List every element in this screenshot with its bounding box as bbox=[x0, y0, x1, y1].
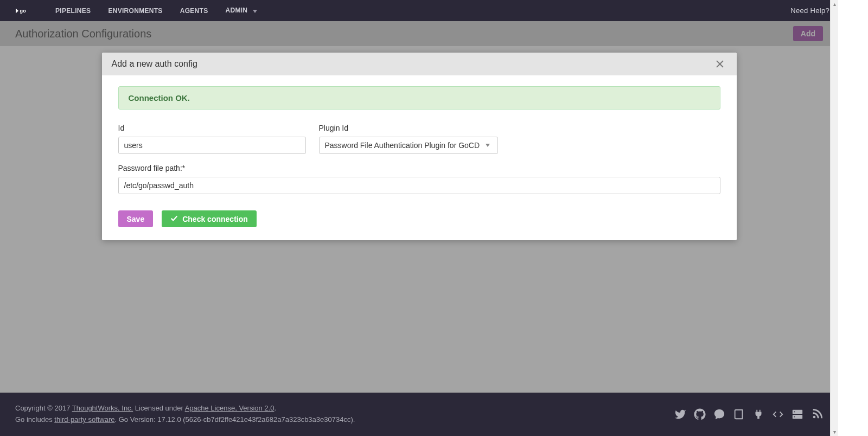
plugin-label: Plugin Id bbox=[319, 124, 498, 132]
footer-copyright-prefix: Copyright © 2017 bbox=[15, 404, 72, 412]
check-connection-label: Check connection bbox=[182, 215, 248, 223]
chevron-down-icon bbox=[483, 144, 492, 147]
footer-period1: . bbox=[274, 404, 276, 412]
password-path-group: Password file path:* bbox=[118, 164, 720, 194]
code-icon[interactable] bbox=[772, 408, 784, 420]
scroll-up-icon[interactable]: ▴ bbox=[831, 0, 838, 8]
nav-pipelines[interactable]: PIPELINES bbox=[55, 7, 91, 15]
password-path-input[interactable] bbox=[118, 177, 720, 194]
nav-agents[interactable]: AGENTS bbox=[180, 7, 208, 15]
plugin-icon[interactable] bbox=[752, 408, 764, 420]
book-icon[interactable] bbox=[733, 408, 745, 420]
footer: Copyright © 2017 ThoughtWorks, Inc. Lice… bbox=[0, 393, 838, 436]
nav-environments[interactable]: ENVIRONMENTS bbox=[108, 7, 162, 15]
connection-status-alert: Connection OK. bbox=[118, 86, 720, 110]
footer-icons bbox=[674, 408, 823, 420]
scrollbar[interactable]: ▴ ▾ bbox=[830, 0, 838, 436]
id-field-group: Id bbox=[118, 124, 306, 154]
id-input[interactable] bbox=[118, 137, 306, 154]
plugin-field-group: Plugin Id Password File Authentication P… bbox=[319, 124, 498, 154]
plugin-select-value: Password File Authentication Plugin for … bbox=[325, 141, 483, 150]
auth-config-modal: Add a new auth config Connection OK. Id … bbox=[102, 53, 737, 240]
nav-admin[interactable]: ADMIN bbox=[225, 7, 257, 15]
svg-point-8 bbox=[794, 412, 795, 413]
footer-line2-prefix: Go includes bbox=[15, 415, 54, 424]
password-path-label: Password file path:* bbox=[118, 164, 720, 172]
svg-marker-2 bbox=[253, 10, 257, 13]
third-party-link[interactable]: third-party software bbox=[54, 415, 114, 424]
scroll-down-icon[interactable]: ▾ bbox=[831, 428, 838, 436]
svg-text:go: go bbox=[20, 8, 27, 14]
svg-marker-0 bbox=[16, 8, 18, 13]
chevron-down-icon bbox=[253, 7, 257, 15]
top-nav: go PIPELINES ENVIRONMENTS AGENTS ADMIN N… bbox=[0, 0, 838, 21]
github-icon[interactable] bbox=[694, 408, 706, 420]
check-connection-button[interactable]: Check connection bbox=[162, 210, 257, 227]
footer-licensed: Licensed under bbox=[133, 404, 184, 412]
footer-version: . Go Version: 17.12.0 (5626-cb7df2ffe421… bbox=[115, 415, 355, 424]
need-help-link[interactable]: Need Help? bbox=[790, 7, 829, 15]
thoughtworks-link[interactable]: ThoughtWorks, Inc. bbox=[72, 404, 133, 412]
nav-admin-label: ADMIN bbox=[225, 7, 247, 14]
go-logo-icon: go bbox=[15, 5, 31, 16]
footer-text: Copyright © 2017 ThoughtWorks, Inc. Lice… bbox=[15, 403, 674, 426]
apache-license-link[interactable]: Apache License, Version 2.0 bbox=[185, 404, 275, 412]
close-icon[interactable] bbox=[715, 59, 725, 69]
modal-title: Add a new auth config bbox=[112, 59, 715, 69]
save-button[interactable]: Save bbox=[118, 210, 154, 227]
svg-marker-5 bbox=[486, 144, 490, 147]
gocd-logo[interactable]: go bbox=[15, 5, 31, 16]
server-icon[interactable] bbox=[792, 408, 803, 420]
twitter-icon[interactable] bbox=[674, 408, 686, 420]
modal-header: Add a new auth config bbox=[102, 53, 737, 75]
chat-icon[interactable] bbox=[713, 408, 725, 420]
id-label: Id bbox=[118, 124, 306, 132]
plugin-select[interactable]: Password File Authentication Plugin for … bbox=[319, 137, 498, 154]
check-icon bbox=[170, 214, 178, 223]
svg-point-9 bbox=[794, 416, 795, 418]
rss-icon[interactable] bbox=[811, 408, 823, 420]
modal-body: Connection OK. Id Plugin Id Password Fil… bbox=[102, 75, 737, 240]
